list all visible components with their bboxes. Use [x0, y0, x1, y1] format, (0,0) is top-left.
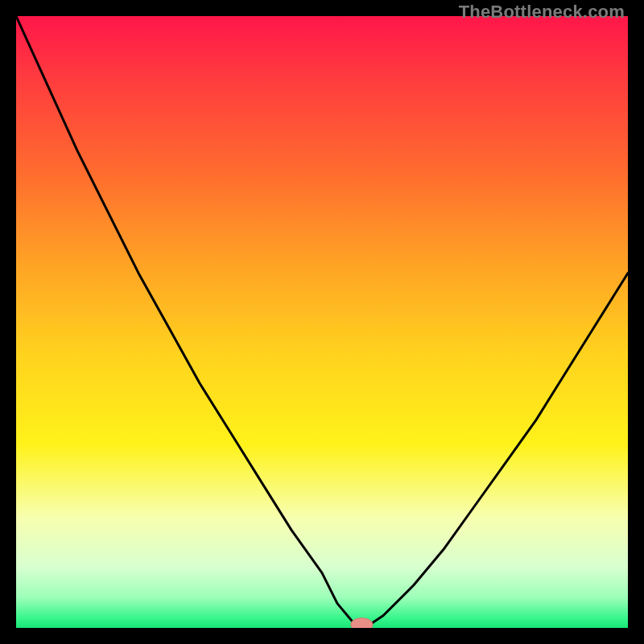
- minimum-marker: [351, 618, 373, 628]
- watermark-text: TheBottleneck.com: [459, 2, 625, 23]
- chart-frame: [16, 16, 628, 628]
- bottleneck-chart: [16, 16, 628, 628]
- gradient-background: [16, 16, 628, 628]
